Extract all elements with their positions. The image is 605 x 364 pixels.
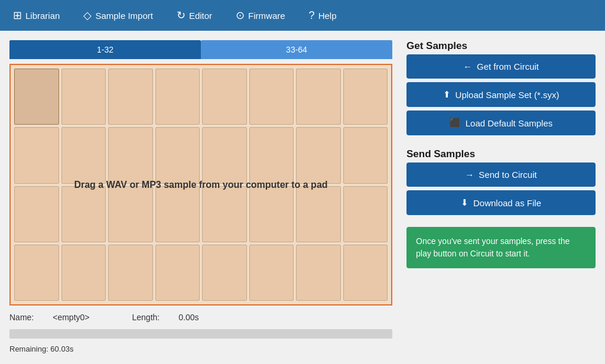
section-send-samples: Send Samples → Send to Circuit ⬇ Downloa… bbox=[406, 148, 596, 219]
remaining-text: Remaining: 60.03s bbox=[9, 343, 392, 355]
upload-label: Upload Sample Set (*.syx) bbox=[456, 90, 560, 100]
name-label: Name: bbox=[9, 313, 34, 322]
pad-11[interactable] bbox=[108, 127, 153, 183]
pad-19[interactable] bbox=[108, 186, 153, 242]
get-circuit-label: Get from Circuit bbox=[477, 61, 539, 72]
send-to-circuit-button[interactable]: → Send to Circuit bbox=[406, 162, 596, 187]
download-as-file-button[interactable]: ⬇ Download as File bbox=[406, 190, 596, 215]
send-circuit-label: Send to Circuit bbox=[479, 170, 536, 180]
header: ⊞ Librarian ◇ Sample Import ↻ Editor ⊙ F… bbox=[0, 0, 605, 31]
nav-librarian-label: Librarian bbox=[25, 11, 60, 21]
pad-4[interactable] bbox=[155, 69, 200, 125]
pad-18[interactable] bbox=[61, 186, 106, 242]
upload-sample-set-button[interactable]: ⬆ Upload Sample Set (*.syx) bbox=[406, 82, 596, 107]
librarian-icon: ⊞ bbox=[13, 9, 22, 22]
upload-icon: ⬆ bbox=[443, 89, 451, 100]
pad-22[interactable] bbox=[249, 186, 294, 242]
nav-sample-import-label: Sample Import bbox=[95, 11, 153, 21]
pad-26[interactable] bbox=[61, 245, 106, 301]
load-default-samples-button[interactable]: ⬛ Load Default Samples bbox=[406, 110, 596, 135]
main-content: 1-32 33-64 Drag a WAV or MP3 sample from… bbox=[0, 31, 605, 364]
pad-21[interactable] bbox=[202, 186, 247, 242]
pad-9[interactable] bbox=[14, 127, 59, 183]
pad-8[interactable] bbox=[343, 69, 388, 125]
nav-firmware-label: Firmware bbox=[248, 11, 285, 21]
firmware-icon: ⊙ bbox=[236, 9, 245, 22]
nav-help-label: Help bbox=[318, 11, 337, 21]
name-value: <empty0> bbox=[53, 313, 89, 322]
pad-7[interactable] bbox=[296, 69, 341, 125]
pad-17[interactable] bbox=[14, 186, 59, 242]
pad-5[interactable] bbox=[202, 69, 247, 125]
pad-20[interactable] bbox=[155, 186, 200, 242]
get-from-circuit-button[interactable]: ← Get from Circuit bbox=[406, 54, 596, 79]
editor-icon: ↻ bbox=[177, 9, 186, 22]
progress-bar-wrap bbox=[9, 329, 392, 339]
tabs-bar: 1-32 33-64 bbox=[9, 40, 392, 59]
get-circuit-icon: ← bbox=[463, 61, 472, 72]
section-get-samples: Get Samples ← Get from Circuit ⬆ Upload … bbox=[406, 40, 596, 139]
pad-10[interactable] bbox=[61, 127, 106, 183]
pad-13[interactable] bbox=[202, 127, 247, 183]
nav-help[interactable]: ? Help bbox=[305, 7, 340, 24]
pad-12[interactable] bbox=[155, 127, 200, 183]
load-default-label: Load Default Samples bbox=[466, 118, 553, 128]
pad-15[interactable] bbox=[296, 127, 341, 183]
pad-32[interactable] bbox=[343, 245, 388, 301]
pad-14[interactable] bbox=[249, 127, 294, 183]
nav-editor-label: Editor bbox=[189, 11, 212, 21]
length-value: 0.00s bbox=[178, 313, 199, 322]
pad-container: Drag a WAV or MP3 sample from your compu… bbox=[9, 64, 392, 306]
pad-25[interactable] bbox=[14, 245, 59, 301]
download-icon: ⬇ bbox=[461, 197, 469, 208]
pad-3[interactable] bbox=[108, 69, 153, 125]
nav-editor[interactable]: ↻ Editor bbox=[173, 6, 216, 24]
pad-16[interactable] bbox=[343, 127, 388, 183]
nav-sample-import[interactable]: ◇ Sample Import bbox=[80, 6, 157, 24]
info-row: Name: <empty0> Length: 0.00s bbox=[9, 310, 392, 324]
tab-33-64[interactable]: 33-64 bbox=[201, 40, 392, 59]
tab-1-32[interactable]: 1-32 bbox=[9, 40, 201, 59]
pad-29[interactable] bbox=[202, 245, 247, 301]
nav-librarian[interactable]: ⊞ Librarian bbox=[9, 6, 63, 24]
right-panel: Get Samples ← Get from Circuit ⬆ Upload … bbox=[406, 40, 596, 355]
pad-28[interactable] bbox=[155, 245, 200, 301]
nav-firmware[interactable]: ⊙ Firmware bbox=[232, 6, 289, 24]
load-default-icon: ⬛ bbox=[450, 118, 461, 128]
pad-grid bbox=[14, 69, 388, 301]
pad-27[interactable] bbox=[108, 245, 153, 301]
pad-31[interactable] bbox=[296, 245, 341, 301]
info-box-text: Once you've sent your samples, press the… bbox=[416, 236, 570, 258]
pad-30[interactable] bbox=[249, 245, 294, 301]
help-icon: ? bbox=[309, 9, 315, 22]
send-samples-title: Send Samples bbox=[406, 148, 596, 160]
length-label: Length: bbox=[132, 313, 160, 322]
info-box: Once you've sent your samples, press the… bbox=[406, 227, 596, 268]
send-circuit-icon: → bbox=[465, 170, 474, 180]
download-label: Download as File bbox=[473, 198, 541, 208]
get-samples-title: Get Samples bbox=[406, 40, 596, 52]
pad-23[interactable] bbox=[296, 186, 341, 242]
pad-1[interactable] bbox=[14, 69, 59, 125]
pad-2[interactable] bbox=[61, 69, 106, 125]
pad-24[interactable] bbox=[343, 186, 388, 242]
sample-import-icon: ◇ bbox=[83, 9, 92, 22]
left-panel: 1-32 33-64 Drag a WAV or MP3 sample from… bbox=[9, 40, 392, 355]
pad-6[interactable] bbox=[249, 69, 294, 125]
